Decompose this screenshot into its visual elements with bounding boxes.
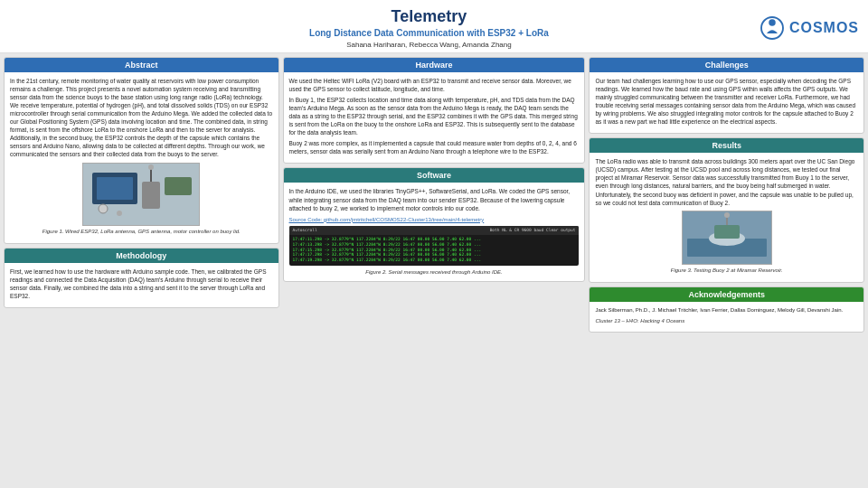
svg-point-7 <box>148 164 154 170</box>
challenges-section: Challenges Our team had challenges learn… <box>589 57 864 135</box>
svg-rect-8 <box>165 177 192 195</box>
acknowledgements-names: Jack Silberman, Ph.D., J. Michael Tritch… <box>595 306 858 314</box>
abstract-body: In the 21st century, remote monitoring o… <box>5 72 278 243</box>
right-column: Challenges Our team had challenges learn… <box>589 57 864 484</box>
left-column: Abstract In the 21st century, remote mon… <box>4 57 279 484</box>
source-link[interactable]: Source Code: github.com/jmtritchell/COSM… <box>289 217 485 222</box>
middle-column: Hardware We used the Heltec WIFI LoRa (V… <box>283 57 586 484</box>
figure-3-image <box>682 211 772 265</box>
svg-point-9 <box>99 204 108 213</box>
terminal-toolbar: Autoscroll Both NL & CR 9600 baud Clear … <box>289 226 580 235</box>
figure-1-svg <box>83 164 199 225</box>
figure-1-caption: Figure 1. Wired ESP32, LoRa antenna, GPS… <box>10 228 273 235</box>
header-authors: Sahana Hariharan, Rebecca Wang, Amanda Z… <box>99 41 759 49</box>
methodology-body: First, we learned how to use the hardwar… <box>5 263 278 307</box>
acknowledgements-body: Jack Silberman, Ph.D., J. Michael Tritch… <box>590 302 863 332</box>
figure-3-svg <box>683 211 771 264</box>
challenges-heading: Challenges <box>590 58 863 72</box>
figure-1-area: Figure 1. Wired ESP32, LoRa antenna, GPS… <box>10 163 273 235</box>
svg-rect-14 <box>714 225 740 239</box>
hardware-section: Hardware We used the Heltec WIFI LoRa (V… <box>283 57 586 164</box>
toolbar-right: Both NL & CR 9600 baud Clear output <box>490 228 576 233</box>
results-section: Results The LoRa radio was able to trans… <box>589 137 864 283</box>
poster: Telemetry Long Distance Data Communicati… <box>0 0 868 488</box>
logo-text: COSMOS <box>789 20 859 36</box>
software-heading: Software <box>284 168 585 183</box>
code-line-5: 17:47:19.298 -> 32.8779°N 117.2284°W 8:2… <box>293 258 576 263</box>
abstract-heading: Abstract <box>5 58 278 72</box>
software-section: Software In the Arduino IDE, we used the… <box>283 167 586 281</box>
cosmos-logo-icon <box>759 14 786 42</box>
cluster-info: Cluster 13 – H4O: Hacking 4 Oceans <box>595 317 858 324</box>
svg-point-1 <box>769 19 776 26</box>
page-title: Telemetry <box>99 7 759 27</box>
hardware-heading: Hardware <box>284 58 585 72</box>
figure-2-caption: Figure 2. Serial messages received throu… <box>289 268 580 276</box>
code-terminal: Autoscroll Both NL & CR 9600 baud Clear … <box>289 226 580 266</box>
abstract-section: Abstract In the 21st century, remote mon… <box>4 57 279 244</box>
header-subtitle: Long Distance Data Communication with ES… <box>99 27 759 39</box>
software-body: In the Arduino IDE, we used the librarie… <box>284 183 585 280</box>
challenges-body: Our team had challenges learning how to … <box>590 72 863 134</box>
methodology-heading: Methodology <box>5 249 278 263</box>
figure-1-image <box>82 163 200 226</box>
figure-3-area: Figure 3. Testing Buoy 2 at Miramar Rese… <box>595 211 858 274</box>
header-center: Telemetry Long Distance Data Communicati… <box>99 7 759 49</box>
main-content: Abstract In the 21st century, remote mon… <box>0 53 868 488</box>
acknowledgements-heading: Acknowledgements <box>590 287 863 302</box>
results-body: The LoRa radio was able to transmit data… <box>590 153 863 282</box>
logo-area: COSMOS <box>759 14 859 42</box>
acknowledgements-section: Acknowledgements Jack Silberman, Ph.D., … <box>589 286 864 333</box>
svg-point-16 <box>724 212 730 218</box>
hardware-body: We used the Heltec WIFI LoRa (V2) board … <box>284 72 585 164</box>
header: Telemetry Long Distance Data Communicati… <box>0 0 868 53</box>
results-heading: Results <box>590 138 863 153</box>
svg-rect-5 <box>142 182 160 209</box>
methodology-section: Methodology First, we learned how to use… <box>4 248 279 308</box>
toolbar-left: Autoscroll <box>293 228 317 233</box>
svg-point-10 <box>117 211 122 216</box>
svg-rect-4 <box>97 177 133 200</box>
figure-3-caption: Figure 3. Testing Buoy 2 at Miramar Rese… <box>595 267 858 274</box>
